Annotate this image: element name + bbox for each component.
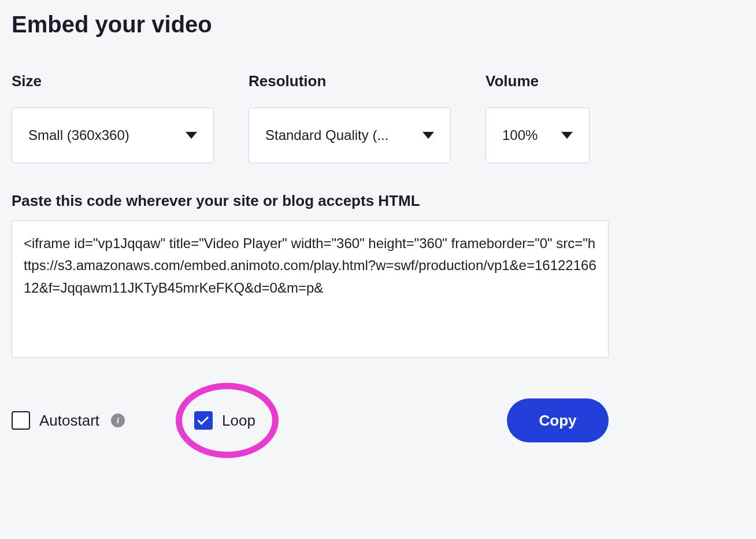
autostart-checkbox-group: Autostart i [12, 411, 125, 430]
loop-label: Loop [222, 412, 255, 430]
info-icon[interactable]: i [111, 414, 125, 427]
caret-down-icon [423, 132, 434, 139]
loop-checkbox[interactable] [194, 411, 213, 430]
volume-label: Volume [486, 72, 590, 90]
autostart-label: Autostart [39, 412, 99, 430]
volume-select-value: 100% [502, 127, 538, 143]
resolution-select[interactable]: Standard Quality (... [249, 108, 451, 163]
embed-code-textarea[interactable]: <iframe id="vp1Jqqaw" title="Video Playe… [12, 220, 609, 358]
page-title: Embed your video [12, 12, 744, 38]
autostart-checkbox[interactable] [12, 411, 30, 430]
resolution-select-value: Standard Quality (... [265, 127, 388, 143]
resolution-control-group: Resolution Standard Quality (... [249, 72, 451, 163]
resolution-label: Resolution [249, 72, 451, 90]
caret-down-icon [186, 132, 197, 139]
code-section-label: Paste this code wherever your site or bl… [12, 192, 744, 210]
size-select[interactable]: Small (360x360) [12, 108, 214, 163]
copy-button[interactable]: Copy [507, 398, 609, 442]
loop-checkbox-group: Loop [194, 411, 255, 430]
size-control-group: Size Small (360x360) [12, 72, 214, 163]
size-select-value: Small (360x360) [28, 127, 129, 143]
bottom-row: Autostart i Loop Copy [12, 398, 609, 442]
volume-control-group: Volume 100% [486, 72, 590, 163]
size-label: Size [12, 72, 214, 90]
caret-down-icon [561, 132, 573, 139]
checkmark-icon [197, 414, 209, 425]
controls-row: Size Small (360x360) Resolution Standard… [12, 72, 744, 163]
volume-select[interactable]: 100% [486, 108, 590, 163]
